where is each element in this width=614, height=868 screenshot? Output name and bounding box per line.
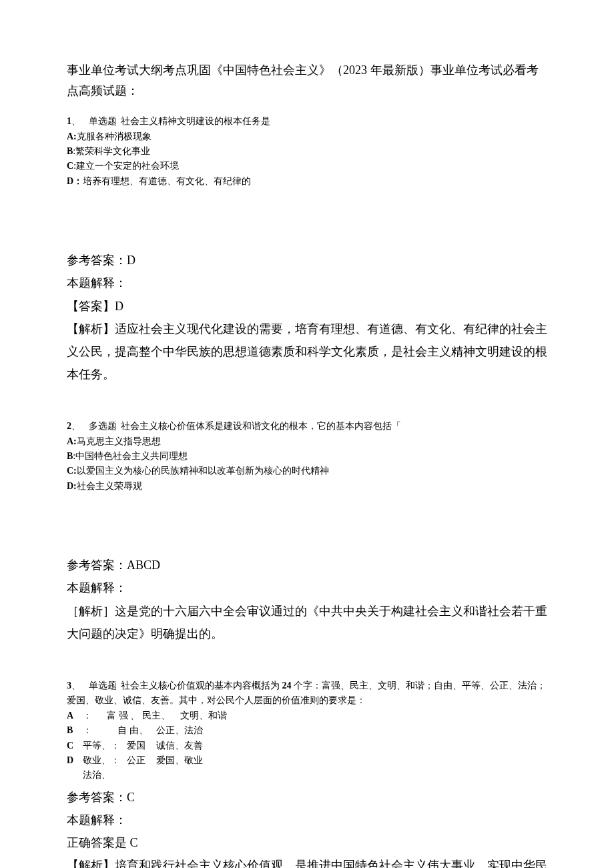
q2-opt-c-label: C: xyxy=(67,466,77,476)
q2-opt-b-text: :中国特色社会主义共同理想 xyxy=(73,451,188,461)
q1-opt-d-label: D： xyxy=(67,176,83,186)
q3-number: 3 xyxy=(67,681,71,691)
q1-stem: 社会主义精神文明建设的根本任务是 xyxy=(121,116,270,126)
q2-explain-text: ［解析］这是党的十六届六中全会审议通过的《中共中央关于构建社会主义和谐社会若干重… xyxy=(67,600,547,645)
q3-ref-answer: C xyxy=(127,791,135,804)
q3-opt-b-c3: 自 由、 xyxy=(117,723,156,738)
q3-answer-block: 参考答案：C 本题解释： 正确答案是 C 【解析】培育和践行社会主义核心价值观，… xyxy=(67,786,547,868)
q3-explain-label: 本题解释： xyxy=(67,809,547,831)
q2-explain-label: 本题解释： xyxy=(67,576,547,599)
document-title: 事业单位考试大纲考点巩固《中国特色社会主义》（2023 年最新版）事业单位考试必… xyxy=(67,60,547,101)
question-2: 2、多选题社会主义核心价值体系是建设和谐文化的根本，它的基本内容包括「 A:马克… xyxy=(67,419,547,645)
question-1: 1、单选题社会主义精神文明建设的根本任务是 A:克服各种消极现象 B:繁荣科学文… xyxy=(67,114,547,386)
q3-opt-d-c2: 敬业、： xyxy=(83,753,127,768)
q3-opt-a-c2: ： xyxy=(83,709,107,723)
q1-opt-b-label: B xyxy=(67,146,73,156)
q3-opt-c-c1: C xyxy=(67,739,83,753)
q2-options: A:马克思主义指导思想 B:中国特色社会主义共同理想 C:以爱国主义为核心的民族… xyxy=(67,434,547,494)
q2-ref-answer: ABCD xyxy=(127,558,160,572)
q3-opt-c-c3: 爱国 xyxy=(127,739,156,753)
q2-type-sep: 、 xyxy=(71,421,81,431)
q1-answer-label: 【答案】 xyxy=(67,300,115,313)
q3-ref-answer-label: 参考答案： xyxy=(67,791,127,804)
q2-opt-d-text: 社会主义荣辱观 xyxy=(77,481,142,491)
q1-type-sep: 、 xyxy=(71,116,81,126)
q3-correct-label: 正确答案是 xyxy=(67,836,130,849)
q3-correct-value: C xyxy=(130,836,138,849)
q1-type: 单选题 xyxy=(89,116,117,126)
q1-opt-c-text: :建立一个安定的社会环境 xyxy=(73,161,179,171)
q1-opt-d-text: 培养有理想、有道德、有文化、有纪律的 xyxy=(83,176,251,186)
q1-ref-answer: D xyxy=(127,254,135,267)
q1-opt-a-label: A: xyxy=(67,131,77,141)
q2-opt-d-label: D: xyxy=(67,481,77,491)
q2-answer-block: 参考答案：ABCD 本题解释： ［解析］这是党的十六届六中全会审议通过的《中共中… xyxy=(67,554,547,645)
q2-stem: 社会主义核心价值体系是建设和谐文化的根本，它的基本内容包括「 xyxy=(121,421,401,431)
q2-opt-b-label: B xyxy=(67,451,73,461)
q3-type-sep: 、 xyxy=(71,681,81,691)
q3-opt-c-c4: 诚信、友善 xyxy=(156,739,547,753)
q1-number: 1 xyxy=(67,116,71,126)
q3-opt-d-c3: 公正 xyxy=(127,753,156,768)
q3-opt-d-c1: D xyxy=(67,753,83,768)
q1-opt-a-text: 克服各种消极现象 xyxy=(77,131,151,141)
q3-opt-b-c2: ： xyxy=(83,723,117,738)
q2-opt-c-text: 以爱国主义为核心的民族精神和以改革创新为核心的时代精神 xyxy=(77,466,329,476)
q1-opt-c-label: C xyxy=(67,161,73,171)
q1-explain-text: 【解析】适应社会主义现代化建设的需要，培育有理想、有道德、有文化、有纪律的社会主… xyxy=(67,318,547,386)
q3-opt-b-c1: B xyxy=(67,723,83,738)
q2-type: 多选题 xyxy=(89,421,117,431)
q3-opt-a-c3: 富 强 、 民主、 xyxy=(107,709,180,723)
q2-number: 2 xyxy=(67,421,71,431)
q3-opt-a-c1: A xyxy=(67,709,83,723)
q3-opt-c-c2: 平等、： xyxy=(83,739,127,753)
question-3: 3、单选题社会主义核心价值观的基本内容概括为 24 个字：富强、民主、文明、和谐… xyxy=(67,679,547,868)
q3-opt-tail: 法治、 xyxy=(83,768,547,783)
q3-type: 单选题 xyxy=(89,681,117,691)
q3-stem-a: 社会主义核心价值观的基本内容概括为 xyxy=(121,681,282,691)
q3-opt-d-c4: 爱国、敬业 xyxy=(156,753,547,768)
q1-ref-answer-label: 参考答案： xyxy=(67,254,127,267)
q3-options: A ： 富 强 、 民主、 文明、和谐 B ： 自 由、 公正、法治 C 平等、… xyxy=(67,709,547,783)
q3-stem-num: 24 xyxy=(282,681,294,691)
q3-explain-text: 【解析】培育和践行社会主义核心价值观，是推进中国特色社会主义伟大事业、实现中华民… xyxy=(67,854,547,868)
q1-answer-block: 参考答案：D 本题解释： 【答案】D 【解析】适应社会主义现代化建设的需要，培育… xyxy=(67,249,547,386)
q3-opt-a-c4: 文明、和谐 xyxy=(180,709,547,723)
q3-opt-b-c4: 公正、法治 xyxy=(156,723,547,738)
q2-opt-a-text: 马克思主义指导思想 xyxy=(77,436,161,446)
q1-opt-b-text: :繁荣科学文化事业 xyxy=(73,146,150,156)
q2-ref-answer-label: 参考答案： xyxy=(67,558,127,572)
q2-opt-a-label: A: xyxy=(67,436,77,446)
q1-options: A:克服各种消极现象 B:繁荣科学文化事业 C:建立一个安定的社会环境 D：培养… xyxy=(67,129,547,189)
q1-explain-label: 本题解释： xyxy=(67,272,547,294)
q1-answer-value: D xyxy=(115,300,123,313)
